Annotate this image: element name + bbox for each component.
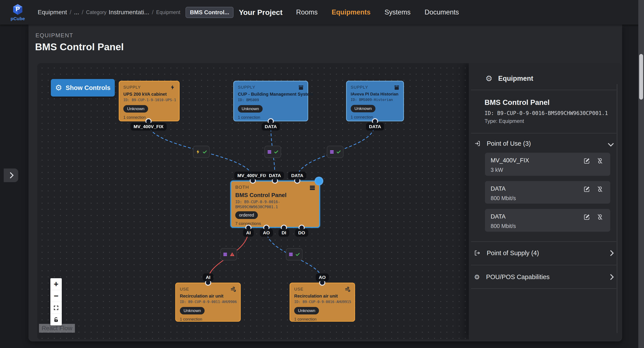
chevron-right-icon [8,172,14,179]
edit-button[interactable] [584,157,590,164]
divider [471,90,616,90]
point-of-use-section-header[interactable]: Point of Use (3) [474,135,613,152]
fit-view-button[interactable] [50,302,62,314]
status-badge: ordered [235,211,258,219]
power-bolt-icon [170,84,176,91]
nav-item-documents[interactable]: Documents [424,8,459,16]
unlink-icon [597,186,603,193]
unlink-button[interactable] [597,157,603,164]
chevron-down-icon [608,141,614,146]
zoom-in-button[interactable]: + [50,278,62,290]
server-icon [330,149,334,154]
server-icon [223,252,228,257]
pcube-logo-icon: P [12,3,24,16]
port-label: DATA [366,123,384,130]
breadcrumb-equipment-tag: Equipment [156,10,180,15]
server-icon [288,252,293,257]
port-label: DATA [262,123,280,130]
check-icon [295,252,300,257]
package-icon [298,84,304,91]
server-icon [267,149,272,154]
node-bms-control-panel[interactable]: BOTH BMS Control Panel ID: B9-CUP-0-9-00… [230,181,320,228]
nav-item-rooms[interactable]: Rooms [296,8,318,16]
edit-icon [584,186,590,193]
edge-chip-data-ok[interactable] [264,146,281,158]
package-icon [394,84,400,91]
app-logo[interactable]: P pCube [6,3,30,21]
port-label: MV_400V_FIX [130,123,167,130]
divider [471,265,616,265]
status-badge: Unknown [294,307,319,314]
server-rack-icon [309,185,316,192]
edit-icon [584,157,590,164]
edge-chip-data-warning[interactable] [220,248,237,260]
node-ahu-9906[interactable]: USE Recirculation air unit ID: B9-CUP-0-… [175,283,241,322]
zoom-out-button[interactable]: − [50,290,62,302]
status-badge: Unknown [123,105,148,113]
edit-button[interactable] [584,214,590,220]
status-badge: Unknown [351,105,376,112]
panel-scrollbar[interactable] [617,84,617,333]
port-label: DO [295,229,308,237]
status-badge: Unknown [180,307,204,314]
left-panel-toggle[interactable] [4,168,18,182]
chevron-right-icon [608,250,614,256]
status-badge: Unknown [238,105,263,113]
gear-icon: ⚙ [486,75,492,83]
main-nav: Rooms Equipments Systems Documents [296,8,459,16]
unlink-button[interactable] [597,214,603,220]
chevron-right-icon [608,274,614,280]
nav-item-systems[interactable]: Systems [384,8,410,16]
breadcrumb-category-tag: Category [86,10,106,15]
top-navbar: P pCube Equipment / ... / Category Instr… [0,0,644,25]
node-historian[interactable]: SUPPLY IAveva PI Data Historian ID: BMS0… [346,81,404,121]
port-label: DATA [288,171,306,180]
lock-icon [53,317,59,322]
pou-item-data2[interactable]: DATA 800 Mbit/s [485,209,610,232]
breadcrumb-equipment[interactable]: Equipment [38,9,67,16]
point-of-supply-icon [474,250,480,256]
breadcrumb-current-chip[interactable]: BMS Control... [186,7,234,18]
unlink-icon [597,157,603,164]
check-icon [274,149,279,154]
show-controls-button[interactable]: ⚙ Show Controls [51,79,115,97]
breadcrumb-ellipsis[interactable]: ... [74,9,79,16]
lock-button[interactable] [50,314,62,325]
port-label: DI [279,229,289,237]
breadcrumb-separator: / [82,9,84,16]
port-label: AO [316,273,329,281]
divider [471,288,616,289]
project-title[interactable]: Your Project [239,8,282,17]
port-label: DATA [266,171,284,180]
point-of-use-icon [474,140,480,147]
pou-item-data1[interactable]: DATA 800 Mbit/s [485,181,610,204]
breadcrumb-separator: / [70,9,72,16]
node-cup-bms[interactable]: SUPPLY CUP - Building Management System … [233,81,308,121]
check-icon [202,149,207,154]
unlink-button[interactable] [597,186,603,193]
page-scrollbar-track[interactable] [638,0,644,348]
divider [471,241,616,242]
page-eyebrow: EQUIPMENT [36,32,74,39]
fit-view-icon [53,305,59,311]
page-scrollbar-thumb[interactable] [639,54,643,100]
pou-item-mv400[interactable]: MV_400V_FIX 3 kW [485,153,610,176]
wind-icon [345,286,351,293]
divider [471,133,616,133]
warning-icon [230,252,235,257]
edit-button[interactable] [584,186,590,193]
logo-letter: P [16,5,20,13]
edge-chip-data-ok[interactable] [327,146,344,158]
capabilities-section-header[interactable]: ⚙ POU/POS Capabilities [474,269,613,285]
edit-icon [584,214,590,220]
edge-chip-power-ok[interactable] [193,146,210,158]
breadcrumb-separator: / [152,9,154,16]
node-ups[interactable]: SUPPLY UPS 200 kVA cabinet ID: B9-CUP-1-… [119,81,180,121]
nav-item-equipments[interactable]: Equipments [332,8,370,16]
node-ahu-9915[interactable]: USE Recirculation air unit ID: B9-CUP-0-… [290,283,355,322]
breadcrumb-instrumentation[interactable]: Instrumentati... [109,9,149,16]
edge-chip-data-ok[interactable] [286,248,302,260]
diagram-canvas[interactable]: ⚙ Show Controls SUPPLY UPS 200 kVA cabin… [37,63,622,340]
point-of-supply-section-header[interactable]: Point of Supply (4) [474,245,613,261]
node-selection-handle[interactable] [314,177,323,186]
